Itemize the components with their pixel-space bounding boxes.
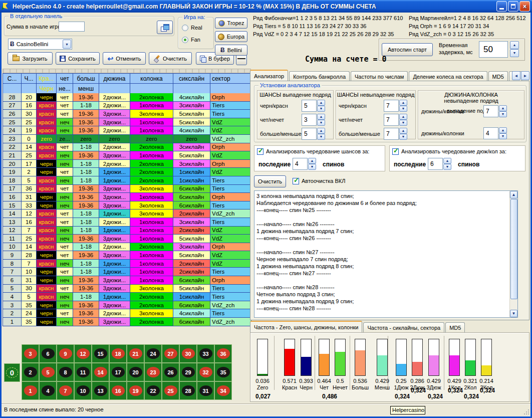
column-header[interactable] xyxy=(22,84,37,94)
high-low-hit-value[interactable]: 5 xyxy=(302,128,317,140)
roulette-number-cell[interactable]: 3 xyxy=(22,344,39,363)
scrollbar-thumb[interactable] xyxy=(510,199,517,299)
table-row[interactable]: 1316краснчет1-182дюжи...1колонка3сиклайн… xyxy=(3,218,251,227)
roulette-number-cell[interactable]: 34 xyxy=(214,381,232,400)
spinner-up-icon[interactable]: ▲ xyxy=(317,114,325,120)
tab-scroll-right-icon[interactable]: ► xyxy=(521,71,529,80)
delay-spinner[interactable]: ▲ ▼ xyxy=(510,41,519,57)
table-row[interactable]: 1533черннеч19-363дюжи...3колонка6сиклайн… xyxy=(3,201,251,210)
table-row[interactable]: 2820чернчет19-362дюжи...2колонка4сиклайн… xyxy=(3,93,251,102)
dozen-hit-value[interactable]: 4 xyxy=(483,127,498,139)
table-top-scrollbar[interactable] xyxy=(3,69,251,73)
column-header[interactable]: дюжина xyxy=(99,74,130,84)
spinner-up-icon[interactable]: ▲ xyxy=(499,127,507,133)
even-odd-miss-value[interactable]: 7 xyxy=(384,114,399,126)
even-odd-hit-value[interactable]: 3 xyxy=(302,114,317,126)
tab-frequency-sixlines[interactable]: Частота - сиклайны, сектора xyxy=(363,322,444,332)
minimize-button[interactable] xyxy=(496,1,507,12)
table-row[interactable]: 928чернчет19-363дюжи...1колонка5сиклайнV… xyxy=(3,251,251,260)
table-row[interactable]: 1736краснчет19-363дюжи...3колонка6сиклай… xyxy=(3,185,251,193)
table-row[interactable]: 1412краснчет1-181дюжи...3колонка2сиклайн… xyxy=(3,210,251,218)
column-header[interactable] xyxy=(173,84,210,94)
roulette-number-cell[interactable]: 19 xyxy=(127,381,144,400)
roulette-number-cell[interactable]: 21 xyxy=(127,344,144,363)
table-row[interactable]: 230zeroze...zerozerozerozeroVdZ_zch xyxy=(3,135,251,143)
maximize-button[interactable] xyxy=(508,1,518,12)
spinner-up-icon[interactable]: ▲ xyxy=(308,158,316,164)
undo-button[interactable]: ↩ Отменить xyxy=(103,52,146,65)
tab-frequency-main[interactable]: Частота - Zero, шансы, дюжины, колонки xyxy=(250,321,362,332)
roulette-number-cell[interactable]: 9 xyxy=(57,344,74,363)
black-red-hit-spinner[interactable]: 5 ▲▼ xyxy=(302,100,325,112)
delay-value-input[interactable]: 50 xyxy=(479,41,508,58)
roulette-number-cell[interactable]: 10 xyxy=(74,381,92,400)
tab-bankroll-control[interactable]: Контроль банкролла xyxy=(289,71,350,81)
roulette-number-cell[interactable]: 14 xyxy=(92,363,109,381)
table-row[interactable]: 530краснчет19-363дюжи...3колонка5сиклайн… xyxy=(3,285,251,293)
spinner-down-icon[interactable]: ▼ xyxy=(317,120,325,126)
roulette-number-cell[interactable]: 24 xyxy=(144,344,162,363)
roulette-number-cell[interactable]: 25 xyxy=(162,381,179,400)
chances-alternation-checkbox[interactable]: ✓ Анализировать чередование шансов за: xyxy=(257,148,369,155)
spinner-down-icon[interactable]: ▼ xyxy=(510,49,519,57)
tab-frequency-md5[interactable]: MD5 xyxy=(445,322,465,332)
table-row[interactable]: 2419красннеч19-362дюжи...1колонка4сиклай… xyxy=(3,126,251,135)
spinner-down-icon[interactable]: ▼ xyxy=(317,106,325,112)
dozen-hit-spinner[interactable]: 4 ▲▼ xyxy=(483,127,507,139)
column-header[interactable]: чет xyxy=(57,74,73,84)
column-header[interactable]: сикслайн xyxy=(173,74,210,84)
column-header[interactable] xyxy=(3,84,22,94)
black-red-miss-value[interactable]: 7 xyxy=(384,100,399,112)
column-header[interactable] xyxy=(130,84,173,94)
table-row[interactable]: 135черннеч19-363дюжи...2колонка6сиклайнV… xyxy=(3,318,251,326)
scrollbar-down-icon[interactable]: ▼ xyxy=(510,310,517,317)
spinner-up-icon[interactable]: ▲ xyxy=(510,41,519,49)
start-sum-input[interactable] xyxy=(59,22,85,32)
tab-scroll-left-icon[interactable]: ◄ xyxy=(512,71,520,80)
table-row[interactable]: 87красннеч1-181дюжи...1колонка2сиклайнVd… xyxy=(3,260,251,268)
even-odd-hit-spinner[interactable]: 3 ▲▼ xyxy=(302,114,325,126)
column-header[interactable]: больш xyxy=(73,74,99,84)
spinner-up-icon[interactable]: ▲ xyxy=(317,128,325,134)
spinner-up-icon[interactable]: ▲ xyxy=(443,158,451,164)
table-row[interactable]: 185красннеч1-181дюжи...2колонка1сиклайнT… xyxy=(3,176,251,185)
chances-spins-value[interactable]: 4 xyxy=(293,158,308,170)
table-row[interactable]: 192чернчет1-181дюжи...2колонка1сиклайнVd… xyxy=(3,168,251,176)
roulette-number-cell[interactable]: 5 xyxy=(39,363,57,381)
spinner-up-icon[interactable]: ▲ xyxy=(399,100,407,106)
table-row[interactable]: 2125красннеч19-363дюжи...1колонка5сиклай… xyxy=(3,151,251,160)
log-scrollbar[interactable]: ▲ ▼ xyxy=(509,191,517,317)
spinner-down-icon[interactable]: ▼ xyxy=(443,164,451,170)
radio-real[interactable]: Real xyxy=(182,25,202,31)
roulette-number-cell[interactable]: 27 xyxy=(162,344,179,363)
spinner-up-icon[interactable]: ▲ xyxy=(499,105,507,111)
autoclear-checkbox[interactable]: ✓ Автоочистка ВКЛ xyxy=(293,178,345,184)
dozen-miss-value[interactable]: 7 xyxy=(483,105,498,117)
roulette-number-cell[interactable]: 29 xyxy=(179,363,197,381)
resize-grip-icon[interactable] xyxy=(523,409,529,415)
roulette-number-cell[interactable]: 1 xyxy=(22,381,39,400)
column-header[interactable] xyxy=(210,84,251,94)
spinner-up-icon[interactable]: ▲ xyxy=(399,114,407,120)
tab-md5[interactable]: MD5 xyxy=(488,71,508,81)
black-red-miss-spinner[interactable]: 7 ▲▼ xyxy=(384,100,407,112)
roulette-number-cell[interactable]: 28 xyxy=(179,381,197,400)
table-row[interactable]: 2630краснчет19-363дюжи...3колонка5сиклай… xyxy=(3,110,251,118)
scrollbar-up-icon[interactable]: ▲ xyxy=(510,191,517,198)
roulette-number-cell[interactable]: 31 xyxy=(197,381,214,400)
roulette-number-cell[interactable]: 12 xyxy=(74,344,92,363)
detach-panel-button[interactable] xyxy=(157,21,173,34)
tab-analyzer[interactable]: Анализатор xyxy=(250,70,288,81)
roulette-number-cell[interactable]: 23 xyxy=(144,363,162,381)
column-header[interactable]: Ч... xyxy=(22,74,37,84)
roulette-number-cell[interactable]: 7 xyxy=(57,381,74,400)
table-row[interactable]: 1631черннеч19-363дюжи...1колонка6сиклайн… xyxy=(3,193,251,201)
column-header[interactable] xyxy=(99,84,130,94)
spinner-up-icon[interactable]: ▲ xyxy=(317,100,325,106)
column-header[interactable]: С... xyxy=(3,74,22,84)
table-row[interactable]: 710чернчет1-181дюжи...1колонка2сиклайнTi… xyxy=(3,268,251,276)
title-bar[interactable]: HelperCasino 4.0 - create helperroullet@… xyxy=(0,0,532,13)
spinner-down-icon[interactable]: ▼ xyxy=(399,120,407,126)
log-clear-button[interactable]: Очистить xyxy=(254,175,286,187)
roulette-number-cell[interactable]: 16 xyxy=(109,381,127,400)
